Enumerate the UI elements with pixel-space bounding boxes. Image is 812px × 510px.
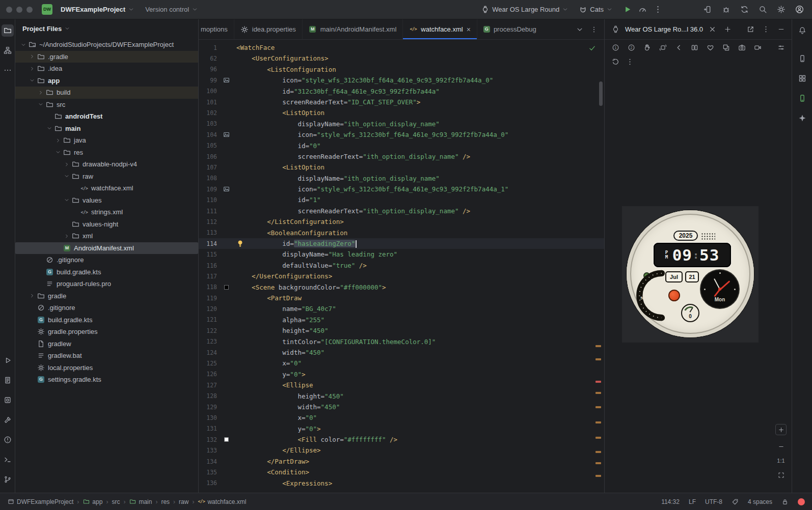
vcs-change-marker[interactable] (596, 345, 601, 347)
add-device-icon[interactable] (722, 24, 734, 35)
run-configuration-selector[interactable]: Cats (576, 4, 615, 15)
zoom-out-button[interactable] (775, 441, 787, 452)
color-preview-swatch[interactable] (220, 437, 232, 442)
intention-bulb-icon[interactable] (236, 240, 244, 247)
chevron-right-icon[interactable] (54, 136, 62, 144)
back-icon[interactable] (673, 42, 684, 53)
notifications-icon[interactable] (796, 24, 808, 37)
code-line-135[interactable]: 135 <Condition> (199, 467, 604, 477)
ai-assistant-icon[interactable] (719, 3, 733, 16)
watch-face-display[interactable]: 2025 PM 09 : 53 Jul 21 (627, 210, 754, 337)
window-close-button[interactable] (6, 7, 12, 13)
code-line-107[interactable]: 107 <ListOption (199, 162, 604, 173)
code-line-116[interactable]: 116 defaultValue="true" /> (199, 260, 604, 271)
code-line-115[interactable]: 115 displayName="Has leading zero" (199, 249, 604, 260)
code-line-118[interactable]: 118 <Scene backgroundColor="#ff000000"> (199, 282, 604, 293)
avatar-icon[interactable] (793, 3, 806, 16)
chevron-right-icon[interactable] (63, 232, 70, 240)
settings-icon[interactable] (774, 3, 788, 16)
code-line-105[interactable]: 105 id="0" (199, 140, 604, 151)
tree-item-values-night[interactable]: values-night (15, 218, 198, 231)
code-line-134[interactable]: 134 </PartDraw> (199, 456, 604, 467)
editor-tab-idea-properties[interactable]: idea.properties (234, 19, 303, 39)
code-line-108[interactable]: 108 displayName="ith_option_display_name… (199, 173, 604, 184)
tree-item-androidmanifest-xml[interactable]: MAndroidManifest.xml (15, 242, 198, 254)
chevron-right-icon[interactable] (28, 65, 36, 72)
chevron-right-icon[interactable] (63, 160, 70, 168)
project-panel-header[interactable]: Project Files (15, 19, 198, 38)
button-2-icon[interactable]: 2 (626, 42, 637, 53)
vcs-change-marker[interactable] (596, 451, 601, 453)
tree-item-build-gradle-kts[interactable]: Gbuild.gradle.kts (15, 314, 198, 326)
code-line-114[interactable]: 114 id="hasLeadingZero" (199, 238, 604, 249)
tree-item-proguard-rules-pro[interactable]: proguard-rules.pro (15, 278, 198, 290)
code-line-96[interactable]: 96 <ListConfiguration (199, 64, 604, 75)
build-icon[interactable] (2, 414, 14, 426)
code-line-119[interactable]: 119 <PartDraw (199, 293, 604, 303)
device-mirror-icon[interactable] (701, 3, 714, 16)
app-inspection-icon[interactable] (2, 394, 14, 406)
chevron-down-icon[interactable] (63, 196, 70, 204)
caret-position[interactable]: 114:32 (661, 498, 680, 505)
chevron-down-icon[interactable] (45, 125, 53, 132)
chevron-right-icon[interactable] (28, 53, 36, 61)
tree-item-build-gradle-kts[interactable]: Gbuild.gradle.kts (15, 266, 198, 278)
tree-item-gradlew[interactable]: gradlew (15, 338, 198, 350)
code-line-131[interactable]: 131 y="0"> (199, 423, 604, 434)
code-line-122[interactable]: 122 height="450" (199, 325, 604, 336)
tree-item-gitignore[interactable]: .gitignore (15, 254, 198, 266)
tree-item-gitignore[interactable]: .gitignore (15, 302, 198, 314)
logcat-icon[interactable] (2, 374, 14, 386)
run-icon[interactable] (620, 3, 634, 16)
image-preview-icon[interactable] (220, 77, 232, 83)
tree-item-raw[interactable]: raw (15, 171, 198, 183)
code-line-117[interactable]: 117 </UserConfigurations> (199, 271, 604, 281)
palm-icon[interactable] (641, 42, 653, 53)
editor-tab-main-androidmanifest-xml[interactable]: Mmain/AndroidManifest.xml (303, 19, 403, 39)
vcs-change-marker[interactable] (596, 358, 601, 360)
vcs-change-marker[interactable] (596, 462, 601, 464)
tree-item-gradle[interactable]: gradle (15, 290, 198, 302)
device-selector[interactable]: Wear OS Large Round (478, 4, 571, 15)
tree-item-androidtest[interactable]: androidTest (15, 110, 198, 123)
code-line-103[interactable]: 103 displayName="ith_option_display_name… (199, 119, 604, 129)
breadcrumb-item-main[interactable]: main (129, 498, 152, 505)
code-line-124[interactable]: 124 width="450" (199, 347, 604, 358)
zoom-fit-button[interactable] (775, 469, 787, 480)
code-line-99[interactable]: 99 icon="style_wfs_312c30bf_f64a_461e_9c… (199, 75, 604, 86)
breadcrumb-item-src[interactable]: src (112, 498, 120, 505)
window-zoom-button[interactable] (26, 7, 33, 13)
code-line-112[interactable]: 112 </ListConfiguration> (199, 216, 604, 227)
code-line-121[interactable]: 121 alpha="255" (199, 315, 604, 325)
chevron-down-icon[interactable] (54, 149, 62, 156)
hardware-input-icon[interactable] (775, 42, 787, 53)
tree-item-gradle[interactable]: .gradle (15, 51, 198, 63)
close-device-tab-icon[interactable] (707, 24, 718, 35)
vcs-change-marker[interactable] (596, 406, 601, 408)
device-tab-title[interactable]: Wear OS Large Ro...l 36.0 (625, 25, 703, 33)
tree-item-androidstudioprojects-dwfexampleproject[interactable]: ~/AndroidStudioProjects/DWFExampleProjec… (15, 39, 198, 51)
line-separator[interactable]: LF (689, 498, 696, 505)
tree-item-app[interactable]: app (15, 75, 198, 87)
run-tool-icon[interactable] (2, 354, 14, 366)
chevron-down-icon[interactable] (63, 173, 70, 180)
vcs-change-marker[interactable] (596, 475, 601, 477)
resource-manager-icon[interactable] (796, 72, 808, 84)
code-line-125[interactable]: 125 x="0" (199, 358, 604, 369)
code-line-109[interactable]: 109 icon="style_wfs_312c30bf_f64a_461e_9… (199, 184, 604, 194)
heart-rate-icon[interactable] (705, 42, 716, 53)
code-line-102[interactable]: 102 <ListOption (199, 107, 604, 118)
tree-item-local-properties[interactable]: local.properties (15, 362, 198, 374)
code-line-133[interactable]: 133 </Ellipse> (199, 445, 604, 456)
profiler-icon[interactable] (636, 3, 649, 16)
code-editor[interactable]: 1<WatchFace62 <UserConfigurations>96 <Li… (199, 40, 604, 493)
terminal-icon[interactable] (2, 454, 14, 466)
more-horizontal-icon[interactable] (2, 64, 14, 76)
tree-item-gradle-properties[interactable]: gradle.properties (15, 326, 198, 338)
chevron-down-icon[interactable] (19, 41, 27, 48)
screenshot-icon[interactable] (736, 42, 747, 53)
code-line-110[interactable]: 110 id="1" (199, 194, 604, 205)
hidden-tabs-icon[interactable] (574, 23, 586, 36)
tree-item-xml[interactable]: xml (15, 230, 198, 242)
tree-item-build[interactable]: build (15, 87, 198, 99)
